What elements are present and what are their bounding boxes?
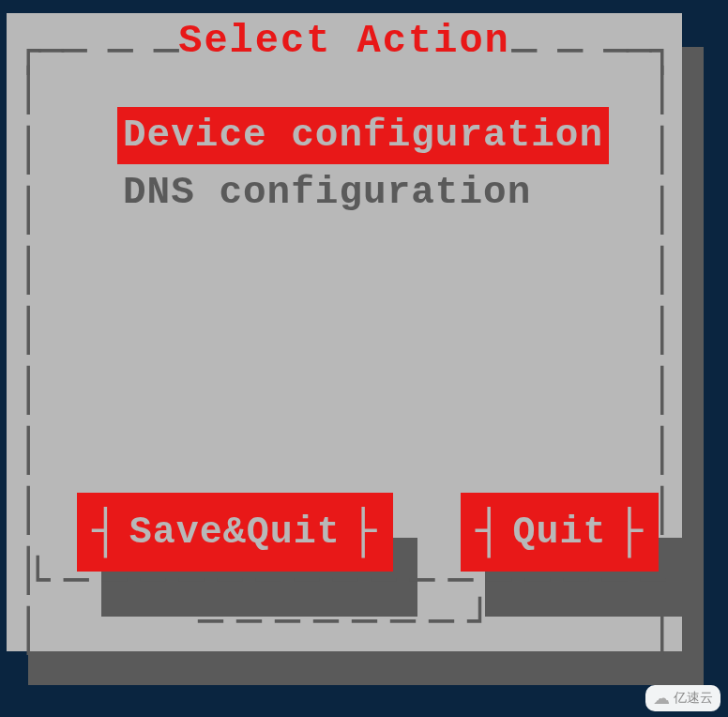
cloud-icon: ☁ xyxy=(653,688,670,709)
border-top-right: ─ ─ ──┐ xyxy=(512,30,673,71)
button-label: Save&Quit xyxy=(129,511,341,554)
button-label: Quit xyxy=(512,511,606,554)
button-bracket-left: ┤ xyxy=(92,510,120,555)
button-bracket-right: ├ xyxy=(616,510,645,555)
action-menu: Device configuration DNS configuration xyxy=(117,107,609,222)
watermark: ☁ 亿速云 xyxy=(645,685,720,711)
button-bracket-right: ├ xyxy=(350,510,378,555)
menu-item-dns-config[interactable]: DNS configuration xyxy=(117,164,537,221)
menu-item-label: DNS configuration xyxy=(123,171,531,214)
menu-item-label: Device configuration xyxy=(123,114,603,157)
menu-item-device-config[interactable]: Device configuration xyxy=(117,107,609,164)
button-bracket-left: ┤ xyxy=(476,510,504,555)
select-action-dialog: ┌── ─ ─ Select Action ─ ─ ──┐ ││││││││││… xyxy=(7,13,682,651)
border-bottom: └ ─ ─ ─ ─ ─ ─ ─ ─ ─ ─ ─ ─ ─ ─ ─ ─ ─ ─ ─ … xyxy=(16,559,673,642)
watermark-text: 亿速云 xyxy=(674,690,713,707)
